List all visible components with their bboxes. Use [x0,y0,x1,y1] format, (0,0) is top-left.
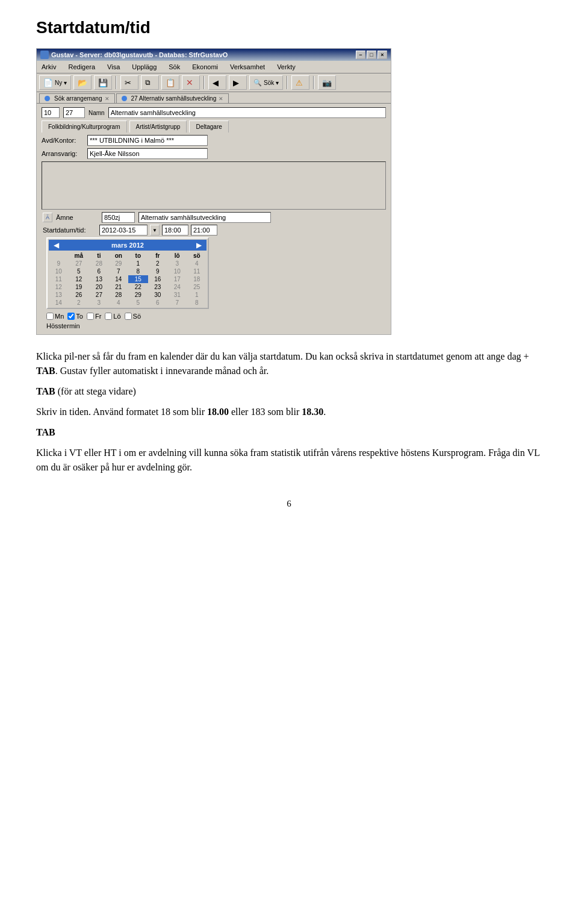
cal-day-1[interactable]: 1 [128,260,148,267]
cal-day-8[interactable]: 8 [128,267,148,275]
week-num-12: 12 [49,283,68,291]
menu-redigera[interactable]: Redigera [66,62,98,72]
to-checkbox[interactable] [67,313,75,320]
cal-day-6[interactable]: 6 [89,267,108,275]
fr-checkbox[interactable] [87,313,94,320]
camera-button[interactable]: 📷 [318,75,336,90]
menu-arkiv[interactable]: Arkiv [39,62,58,72]
cal-day-16[interactable]: 16 [148,275,167,283]
forward-button[interactable]: ▶ [229,75,247,90]
paste-button[interactable]: 📋 [161,75,179,90]
cal-day-2[interactable]: 2 [148,260,167,267]
new-button[interactable]: 📄 Ny ▾ [39,75,71,90]
cal-day-14[interactable]: 14 [109,275,128,283]
num-field[interactable] [63,107,85,118]
arransvarig-input[interactable] [87,148,208,159]
open-button[interactable]: 📂 [73,75,92,90]
cal-day-6-apr[interactable]: 6 [148,299,167,307]
cal-day-2-apr[interactable]: 2 [68,299,89,307]
checkbox-so: Sö [125,313,141,320]
cal-day-28-feb[interactable]: 28 [89,260,108,267]
calendar-month-year: mars 2012 [111,242,144,249]
cal-day-4-apr[interactable]: 4 [109,299,128,307]
cal-next-button[interactable]: ▶ [194,241,204,249]
cal-day-13[interactable]: 13 [89,275,108,283]
cal-day-29-feb[interactable]: 29 [109,260,128,267]
cal-day-1-apr[interactable]: 1 [187,291,207,299]
avd-input[interactable] [87,135,208,146]
name-input[interactable] [108,107,386,118]
lo-checkbox[interactable] [105,313,112,320]
cal-week-14: 14 2 3 4 5 6 7 8 [49,299,207,307]
menu-verksamhet[interactable]: Verksamhet [228,62,267,72]
cal-day-23[interactable]: 23 [148,283,167,291]
cal-prev-button[interactable]: ◀ [51,241,61,249]
tab-bar: Sök arrangemang ✕ 27 Alternativ samhälls… [37,92,391,104]
cal-day-24[interactable]: 24 [167,283,187,291]
cal-day-4[interactable]: 4 [187,260,207,267]
menu-visa[interactable]: Visa [105,62,122,72]
date-dropdown-button[interactable]: ▼ [150,225,160,236]
so-checkbox[interactable] [125,313,132,320]
tab-close-1[interactable]: ✕ [105,96,110,102]
cal-day-5[interactable]: 5 [68,267,89,275]
mn-checkbox[interactable] [46,313,54,320]
start-date-input[interactable] [99,225,148,236]
cal-day-3-apr[interactable]: 3 [89,299,108,307]
search-button[interactable]: 🔍 Sök ▾ [249,75,283,90]
warning-button[interactable]: ⚠ [291,75,309,90]
tab-deltagare[interactable]: Deltagare [189,120,228,133]
cal-day-8-apr[interactable]: 8 [187,299,207,307]
tab-folkbildning[interactable]: Folkbildning/Kulturprogram [42,120,127,133]
cal-day-11[interactable]: 11 [187,267,207,275]
cal-day-28[interactable]: 28 [109,291,128,299]
cal-day-31[interactable]: 31 [167,291,187,299]
cal-day-25[interactable]: 25 [187,283,207,291]
close-button[interactable]: × [378,51,387,59]
menu-verkty[interactable]: Verkty [275,62,298,72]
week-col-header [49,252,68,260]
cal-day-26[interactable]: 26 [68,291,89,299]
cal-day-19[interactable]: 19 [68,283,89,291]
menu-sok[interactable]: Sök [166,62,182,72]
cal-day-10[interactable]: 10 [167,267,187,275]
cal-day-17[interactable]: 17 [167,275,187,283]
cal-day-3[interactable]: 3 [167,260,187,267]
amne-label: Ämne [56,214,98,221]
cal-day-20[interactable]: 20 [89,283,108,291]
cal-day-9[interactable]: 9 [148,267,167,275]
week-num-9: 9 [49,260,68,267]
cal-day-7-apr[interactable]: 7 [167,299,187,307]
start-time2-input[interactable] [191,225,217,236]
cal-day-7[interactable]: 7 [109,267,128,275]
tab-arrangemang[interactable]: 27 Alternativ samhällsutveckling ✕ [116,93,229,103]
cal-day-12[interactable]: 12 [68,275,89,283]
id-field[interactable] [42,107,60,118]
copy-button[interactable]: ⧉ [141,75,159,90]
cal-day-15-selected[interactable]: 15 [128,275,148,283]
tab-sok-arrangemang[interactable]: Sök arrangemang ✕ [39,93,115,103]
cal-day-27-feb[interactable]: 27 [68,260,89,267]
amne-text-input[interactable] [138,212,271,223]
cal-day-22[interactable]: 22 [128,283,148,291]
tab-artist[interactable]: Artist/Artistgrupp [129,120,187,133]
cal-day-21[interactable]: 21 [109,283,128,291]
cal-day-30[interactable]: 30 [148,291,167,299]
menu-ekonomi[interactable]: Ekonomi [190,62,220,72]
cal-day-5-apr[interactable]: 5 [128,299,148,307]
tab-close-2[interactable]: ✕ [219,96,223,102]
menu-upplägg[interactable]: Upplägg [129,62,159,72]
amne-code-input[interactable] [102,212,135,223]
cal-day-29[interactable]: 29 [128,291,148,299]
title-bar-buttons[interactable]: − □ × [356,51,387,59]
delete-button[interactable]: ✕ [182,75,200,90]
cal-day-27[interactable]: 27 [89,291,108,299]
maximize-button[interactable]: □ [367,51,376,59]
save-button[interactable]: 💾 [94,75,112,90]
app-icon [40,51,49,59]
minimize-button[interactable]: − [356,51,365,59]
back-button[interactable]: ◀ [208,75,226,90]
cut-button[interactable]: ✂ [120,75,138,90]
start-time1-input[interactable] [162,225,188,236]
cal-day-18[interactable]: 18 [187,275,207,283]
